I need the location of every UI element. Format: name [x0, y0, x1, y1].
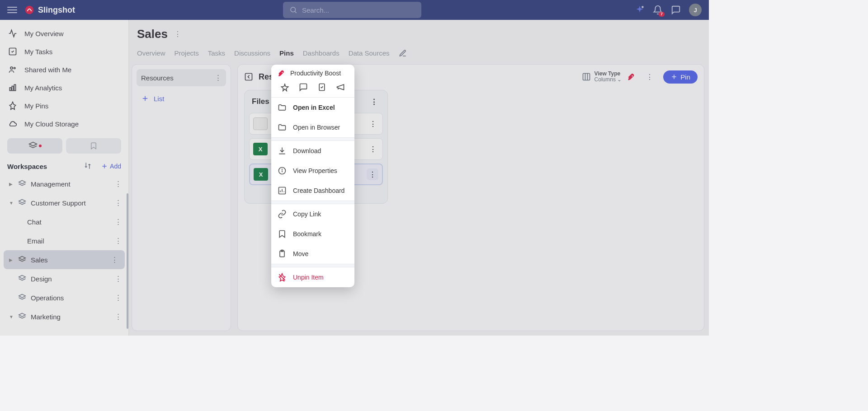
more-vertical-icon[interactable]: ⋮ — [215, 74, 222, 82]
nav-my-analytics[interactable]: My Analytics — [5, 79, 123, 97]
menu-create-dashboard[interactable]: Create Dashboard — [271, 181, 354, 201]
unpin-icon — [278, 273, 287, 282]
ws-operations[interactable]: Operations⋮ — [0, 288, 128, 307]
menu-copy-link[interactable]: Copy Link — [271, 204, 354, 224]
brand-name: Slingshot — [38, 5, 75, 15]
search-input[interactable] — [302, 6, 415, 14]
file-thumb-excel: X — [254, 168, 268, 181]
nav-my-overview[interactable]: My Overview — [5, 24, 123, 42]
chat-icon[interactable] — [671, 5, 681, 15]
menu-unpin-item[interactable]: Unpin Item — [271, 267, 354, 287]
ws-management[interactable]: ▶Management⋮ — [0, 174, 128, 193]
menu-open-in-browser[interactable]: Open in Browser — [271, 117, 354, 137]
collapse-icon[interactable] — [244, 72, 253, 81]
svg-point-3 — [642, 6, 643, 8]
tab-projects[interactable]: Projects — [175, 49, 199, 60]
context-menu: Productivity Boost Open in Excel Open in… — [271, 65, 354, 287]
svg-point-34 — [282, 169, 283, 169]
file-menu-icon[interactable]: ⋮ — [367, 143, 379, 155]
nav-my-pins[interactable]: My Pins — [5, 97, 123, 115]
comment-icon[interactable] — [299, 83, 309, 93]
page-tabs: Overview Projects Tasks Discussions Pins… — [137, 49, 701, 60]
ws-customer-support[interactable]: ▼Customer Support⋮ — [0, 193, 128, 212]
ws-sales[interactable]: ▶Sales⋮ — [4, 250, 125, 269]
workspaces-title: Workspaces — [7, 163, 47, 170]
toggle-bookmarks[interactable] — [66, 138, 121, 154]
tab-discussions[interactable]: Discussions — [234, 49, 270, 60]
board: Resources ⋮ List Resources View Type — [129, 61, 709, 336]
search-bar[interactable] — [283, 2, 421, 18]
file-thumb-doc — [253, 117, 268, 130]
menu-view-properties[interactable]: View Properties — [271, 161, 354, 181]
add-list-button[interactable]: List — [137, 91, 226, 106]
menu-move[interactable]: Move — [271, 244, 354, 264]
menu-open-in-excel[interactable]: Open in Excel — [271, 98, 354, 117]
bell-icon[interactable]: 7 — [653, 5, 663, 15]
notification-badge: 7 — [659, 12, 665, 17]
brand-logo[interactable]: Slingshot — [24, 5, 75, 15]
scrollbar-thumb[interactable] — [127, 193, 128, 329]
megaphone-icon[interactable] — [336, 83, 346, 93]
plus-icon — [141, 94, 149, 103]
tab-data-sources[interactable]: Data Sources — [349, 49, 390, 60]
column-menu-icon[interactable]: ⋮ — [646, 73, 653, 81]
svg-point-5 — [10, 67, 13, 69]
pencil-icon[interactable] — [399, 49, 407, 60]
rocket-icon[interactable] — [627, 72, 636, 81]
cloud-icon — [8, 119, 17, 128]
svg-marker-17 — [19, 294, 26, 298]
svg-rect-8 — [12, 86, 13, 91]
avatar[interactable]: J — [689, 4, 702, 16]
svg-marker-16 — [19, 276, 26, 279]
pin-icon — [8, 101, 17, 110]
files-menu-icon[interactable]: ⋮ — [368, 95, 380, 108]
bar-chart-icon — [8, 83, 17, 92]
sparkle-icon[interactable] — [635, 5, 645, 15]
check-square-icon — [8, 47, 17, 56]
menu-bookmark[interactable]: Bookmark — [271, 224, 354, 244]
workspace-list: ▶Management⋮ ▼Customer Support⋮ Chat⋮ Em… — [0, 174, 128, 336]
menu-download[interactable]: Download — [271, 141, 354, 161]
pin-button[interactable]: Pin — [663, 70, 698, 84]
sidebar-toggle-row — [0, 136, 128, 157]
activity-icon — [8, 29, 17, 38]
pin-icon[interactable] — [280, 83, 290, 93]
app-body: My Overview My Tasks Shared with Me My A… — [0, 20, 709, 336]
nav-shared-with-me[interactable]: Shared with Me — [5, 61, 123, 79]
svg-marker-13 — [19, 181, 26, 184]
nav-my-cloud-storage[interactable]: My Cloud Storage — [5, 115, 123, 133]
bookmark-icon — [90, 142, 98, 150]
svg-marker-14 — [19, 200, 26, 203]
main-panel: Sales ⋮ Overview Projects Tasks Discussi… — [129, 20, 709, 336]
file-menu-icon[interactable]: ⋮ — [367, 168, 378, 180]
svg-marker-10 — [29, 142, 37, 146]
tab-tasks[interactable]: Tasks — [208, 49, 225, 60]
sidebar: My Overview My Tasks Shared with Me My A… — [0, 20, 129, 336]
menu-toggle[interactable] — [7, 5, 17, 15]
plus-icon — [670, 73, 678, 80]
ws-design[interactable]: Design⋮ — [0, 269, 128, 288]
nav-my-tasks[interactable]: My Tasks — [5, 42, 123, 61]
ws-email[interactable]: Email⋮ — [0, 231, 128, 250]
column-nav-header[interactable]: Resources ⋮ — [137, 69, 226, 86]
tab-overview[interactable]: Overview — [137, 49, 165, 60]
file-menu-icon[interactable]: ⋮ — [367, 118, 379, 130]
info-icon — [278, 166, 287, 175]
toggle-workspaces[interactable] — [7, 138, 62, 154]
page-header: Sales ⋮ Overview Projects Tasks Discussi… — [129, 20, 709, 61]
download-icon — [278, 146, 287, 155]
ws-marketing[interactable]: ▼Marketing⋮ — [0, 307, 128, 326]
workspaces-header: Workspaces Add — [0, 157, 128, 174]
folder-icon — [278, 123, 287, 132]
tab-pins[interactable]: Pins — [279, 49, 294, 60]
add-workspace-button[interactable]: Add — [101, 163, 121, 170]
task-icon[interactable] — [317, 83, 327, 93]
search-icon — [289, 6, 297, 14]
sort-icon[interactable] — [84, 162, 93, 171]
svg-marker-15 — [19, 257, 26, 260]
view-type-selector[interactable]: View Type Columns ⌄ — [582, 71, 622, 83]
page-title-menu[interactable]: ⋮ — [174, 30, 181, 38]
tab-dashboards[interactable]: Dashboards — [303, 49, 340, 60]
ws-chat[interactable]: Chat⋮ — [0, 212, 128, 231]
users-icon — [8, 65, 17, 74]
